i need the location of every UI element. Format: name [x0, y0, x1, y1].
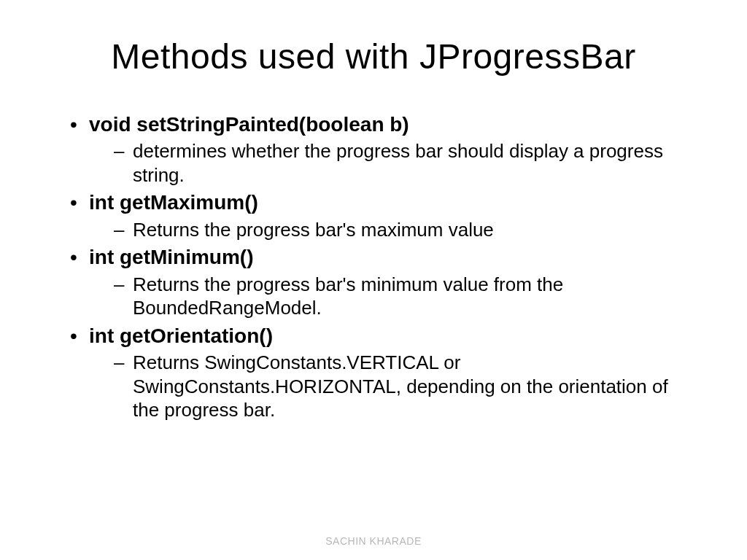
method-list: void setStringPainted(boolean b) determi… [66, 112, 681, 422]
method-name: int getMinimum() [89, 244, 681, 271]
method-desc-list: Returns the progress bar's maximum value [89, 218, 681, 242]
method-desc-list: determines whether the progress bar shou… [89, 139, 681, 187]
list-item: void setStringPainted(boolean b) determi… [66, 112, 681, 187]
method-desc: Returns the progress bar's minimum value… [112, 273, 681, 320]
list-item: int getMinimum() Returns the progress ba… [66, 244, 681, 319]
list-item: int getOrientation() Returns SwingConsta… [66, 323, 681, 422]
list-item: int getMaximum() Returns the progress ba… [66, 190, 681, 241]
method-name: int getMaximum() [89, 190, 681, 216]
method-desc: determines whether the progress bar shou… [112, 139, 681, 187]
method-name: int getOrientation() [89, 323, 681, 349]
slide-title: Methods used with JProgressBar [66, 36, 681, 77]
method-desc: Returns the progress bar's maximum value [112, 218, 681, 242]
footer-author: SACHIN KHARADE [0, 535, 747, 547]
method-name: void setStringPainted(boolean b) [89, 112, 681, 138]
method-desc-list: Returns the progress bar's minimum value… [89, 273, 681, 320]
method-desc: Returns SwingConstants.VERTICAL or Swing… [112, 351, 681, 422]
slide: Methods used with JProgressBar void setS… [0, 0, 747, 560]
method-desc-list: Returns SwingConstants.VERTICAL or Swing… [89, 351, 681, 422]
